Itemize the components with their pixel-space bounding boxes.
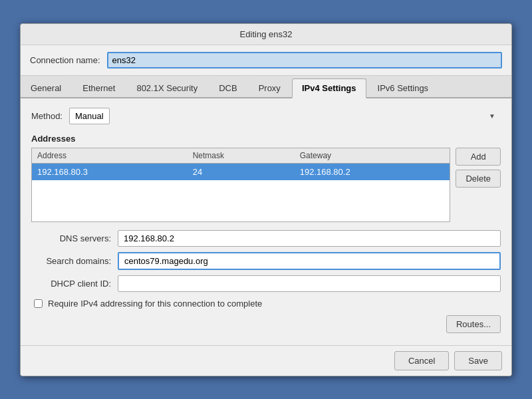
col-address: Address [32,148,188,164]
tab-dcb[interactable]: DCB [209,78,247,97]
cell-gateway: 192.168.80.2 [295,163,450,180]
routes-button[interactable]: Routes... [446,315,501,333]
col-netmask: Netmask [188,148,295,164]
dialog-footer: Cancel Save [21,345,511,376]
dns-servers-row: DNS servers: [31,230,501,247]
tab-general[interactable]: General [21,78,71,97]
connection-name-label: Connection name: [30,55,100,65]
addr-buttons: Add Delete [456,148,501,222]
add-button[interactable]: Add [456,148,501,166]
require-ipv4-label: Require IPv4 addressing for this connect… [48,299,262,309]
table-row[interactable]: 192.168.80.3 24 192.168.80.2 [32,163,450,180]
tab-content: Method: Manual Addresses Address [21,98,511,345]
method-select[interactable]: Manual [69,108,110,124]
dns-servers-label: DNS servers: [31,233,111,243]
table-row-empty [32,180,450,220]
method-row: Method: Manual [31,108,501,124]
tab-proxy[interactable]: Proxy [249,78,291,97]
dialog-title: Editing ens32 [21,24,511,45]
tab-ethernet[interactable]: Ethernet [72,78,125,97]
dhcp-client-id-row: DHCP client ID: [31,275,501,292]
cell-netmask: 24 [188,163,295,180]
require-ipv4-checkbox[interactable] [34,299,43,308]
col-gateway: Gateway [295,148,450,164]
dhcp-client-id-label: DHCP client ID: [31,279,111,289]
addresses-container: Address Netmask Gateway 192.168.80.3 24 … [31,148,501,222]
routes-row: Routes... [31,315,501,333]
tab-802-1x[interactable]: 802.1X Security [126,78,207,97]
search-domains-row: Search domains: [31,252,501,270]
search-domains-input[interactable] [118,252,501,270]
tab-ipv4[interactable]: IPv4 Settings [292,78,366,98]
connection-name-row: Connection name: [21,45,511,76]
search-domains-label: Search domains: [31,256,111,266]
method-select-wrapper: Manual [69,108,501,124]
addresses-title: Addresses [31,134,501,144]
cell-address: 192.168.80.3 [32,163,188,180]
connection-name-input[interactable] [107,52,502,68]
addresses-table: Address Netmask Gateway 192.168.80.3 24 … [32,148,450,220]
dns-servers-input[interactable] [118,230,501,247]
method-label: Method: [31,111,63,121]
addresses-table-wrap: Address Netmask Gateway 192.168.80.3 24 … [31,148,450,222]
save-button[interactable]: Save [454,351,502,370]
dhcp-client-id-input[interactable] [118,275,501,292]
cancel-button[interactable]: Cancel [394,351,449,370]
require-ipv4-row: Require IPv4 addressing for this connect… [31,299,501,309]
tabs-bar: General Ethernet 802.1X Security DCB Pro… [21,76,511,98]
editing-dialog: Editing ens32 Connection name: General E… [20,23,512,376]
tab-ipv6[interactable]: IPv6 Settings [368,78,439,97]
delete-button[interactable]: Delete [456,170,501,188]
addresses-section: Addresses Address Netmask Gateway [31,134,501,222]
